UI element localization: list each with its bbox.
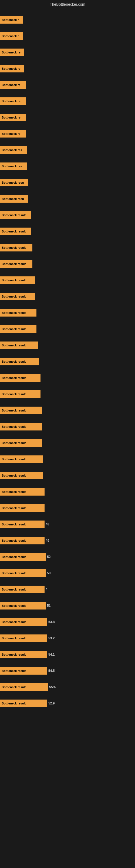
bar-label: Bottleneck res (0, 162, 27, 170)
bar-label: Bottleneck re (0, 97, 26, 105)
bar-row: Bottleneck res (0, 159, 27, 173)
bar-value: 50 (47, 571, 50, 575)
bar-row: Bottleneck r (0, 29, 23, 43)
bar-label: Bottleneck result (0, 456, 43, 463)
bar-row: Bottleneck re (0, 45, 24, 59)
bar-row: Bottleneck result (0, 306, 37, 319)
bar-value: 48 (46, 522, 49, 526)
bar-value: 52.9 (48, 702, 54, 705)
bar-label: Bottleneck result (0, 439, 42, 447)
bar-row: Bottleneck result (0, 404, 42, 417)
bar-label: Bottleneck result (0, 472, 43, 479)
bar-value: 55% (49, 685, 56, 689)
bar-row: Bottleneck re (0, 78, 26, 92)
bar-label: Bottleneck result (0, 244, 32, 251)
bar-row: Bottleneck res (0, 143, 27, 157)
bar-label: Bottleneck result (0, 227, 31, 235)
bar-row: Bottleneck result55% (0, 680, 56, 694)
bar-row: Bottleneck result (0, 420, 42, 433)
bar-row: Bottleneck result (0, 322, 37, 336)
bar-label: Bottleneck result (0, 374, 41, 382)
bar-row: Bottleneck result (0, 241, 32, 254)
bar-row: Bottleneck result (0, 273, 35, 287)
bar-label: Bottleneck result (0, 537, 45, 545)
bar-label: Bottleneck result (0, 488, 45, 496)
bar-row: Bottleneck re (0, 94, 26, 108)
bar-label: Bottleneck result (0, 211, 31, 219)
bar-row: Bottleneck result50 (0, 566, 50, 580)
chart-area: Bottleneck rBottleneck rBottleneck reBot… (0, 8, 135, 862)
bar-label: Bottleneck result (0, 293, 35, 300)
bar-row: Bottleneck r (0, 13, 23, 27)
bar-row: Bottleneck result (0, 485, 45, 499)
bar-value: 49 (46, 539, 49, 542)
bar-row: Bottleneck result (0, 501, 45, 515)
bar-label: Bottleneck result (0, 700, 47, 707)
bar-label: Bottleneck result (0, 521, 45, 528)
bar-value: 53.8 (48, 620, 54, 624)
bar-row: Bottleneck result49 (0, 534, 49, 547)
bar-row: Bottleneck resu (0, 192, 28, 206)
bar-label: Bottleneck result (0, 667, 47, 675)
bar-row: Bottleneck result52.9 (0, 696, 54, 710)
bar-label: Bottleneck result (0, 569, 46, 577)
bar-row: Bottleneck result (0, 225, 31, 238)
bar-label: Bottleneck result (0, 276, 35, 284)
bar-row: Bottleneck result (0, 453, 43, 466)
bar-row: Bottleneck result (0, 469, 43, 482)
bar-label: Bottleneck result (0, 504, 45, 512)
bar-row: Bottleneck result (0, 388, 41, 401)
bar-value: 54.5 (48, 669, 54, 673)
bar-label: Bottleneck result (0, 602, 46, 610)
bar-label: Bottleneck r (0, 16, 23, 24)
bar-label: Bottleneck resu (0, 195, 28, 203)
bar-row: Bottleneck result48 (0, 518, 49, 531)
bar-value: 51. (47, 604, 52, 608)
bar-label: Bottleneck result (0, 634, 47, 642)
bar-row: Bottleneck re (0, 111, 26, 124)
bar-row: Bottleneck result (0, 208, 31, 222)
bar-label: Bottleneck re (0, 130, 26, 137)
site-title: TheBottlenecker.com (0, 0, 135, 8)
bar-label: Bottleneck result (0, 683, 48, 691)
bar-label: Bottleneck re (0, 65, 24, 72)
bar-label: Bottleneck result (0, 651, 47, 658)
bar-row: Bottleneck result (0, 436, 42, 450)
bar-label: Bottleneck result (0, 358, 39, 365)
bar-row: Bottleneck re (0, 62, 24, 75)
bar-label: Bottleneck result (0, 260, 32, 268)
bar-row: Bottleneck result53.8 (0, 615, 54, 629)
bar-label: Bottleneck re (0, 81, 26, 89)
bar-row: Bottleneck result (0, 339, 38, 352)
bar-row: Bottleneck result53.2 (0, 631, 54, 645)
bar-label: Bottleneck result (0, 407, 42, 414)
bar-label: Bottleneck result (0, 325, 37, 333)
bar-row: Bottleneck resu (0, 176, 28, 189)
bar-row: Bottleneck result (0, 290, 35, 303)
bar-label: Bottleneck r (0, 32, 23, 40)
bar-row: Bottleneck result (0, 371, 41, 384)
bar-row: Bottleneck result4 (0, 583, 48, 596)
bar-label: Bottleneck result (0, 309, 37, 316)
bar-row: Bottleneck result54.1 (0, 648, 54, 661)
bar-row: Bottleneck result54.5 (0, 664, 54, 678)
bar-row: Bottleneck re (0, 127, 26, 141)
bar-label: Bottleneck re (0, 49, 24, 56)
bar-label: Bottleneck result (0, 390, 41, 398)
bar-value: 54.1 (48, 653, 54, 656)
bar-value: 4 (46, 588, 48, 591)
bar-label: Bottleneck re (0, 114, 26, 121)
bar-label: Bottleneck result (0, 618, 47, 626)
bar-label: Bottleneck result (0, 586, 45, 593)
bar-label: Bottleneck res (0, 146, 27, 154)
bar-label: Bottleneck result (0, 341, 38, 349)
bar-label: Bottleneck resu (0, 179, 28, 186)
bar-label: Bottleneck result (0, 423, 42, 431)
bar-row: Bottleneck result51. (0, 599, 52, 613)
bar-row: Bottleneck result52. (0, 550, 52, 564)
bar-value: 53.2 (48, 637, 54, 640)
bar-label: Bottleneck result (0, 553, 46, 561)
bar-row: Bottleneck result (0, 257, 32, 271)
bar-value: 52. (47, 555, 52, 559)
bar-row: Bottleneck result (0, 355, 39, 368)
